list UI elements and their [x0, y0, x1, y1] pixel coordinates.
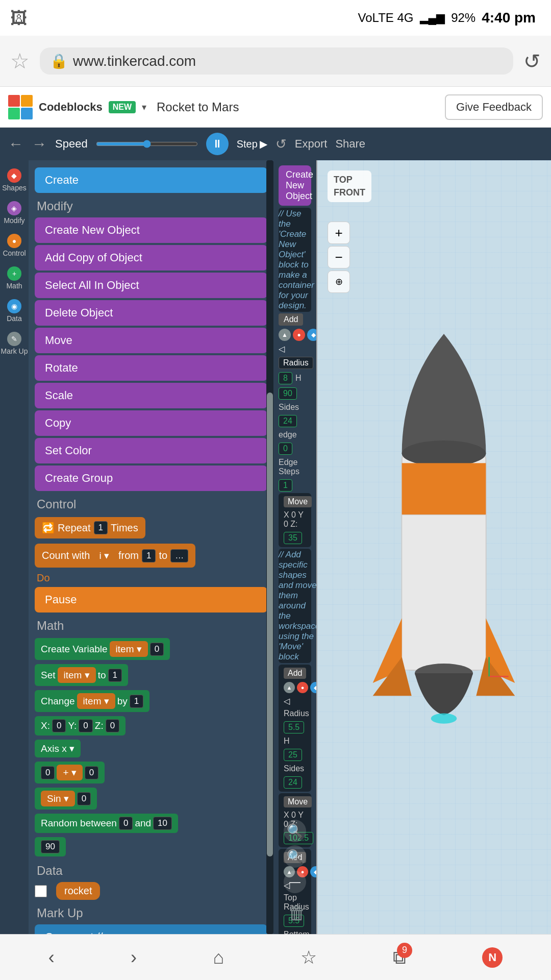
star-icon[interactable]: ☆ [10, 48, 30, 74]
var-value[interactable]: 0 [150, 643, 164, 656]
data-icon: ◉ [7, 299, 21, 313]
set-color-button[interactable]: Set Color [35, 438, 267, 463]
sidebar-item-math[interactable]: + Math [6, 263, 22, 293]
create-group-button[interactable]: Create Group [35, 465, 267, 491]
sidebar-item-data[interactable]: ◉ Data [7, 296, 22, 326]
logo-tr [21, 95, 33, 107]
export-button[interactable]: Export [295, 137, 328, 151]
ws-comment-1: // Use the 'Create New Object' block to … [279, 208, 311, 312]
axis-x-block: Axis x ▾ [35, 739, 267, 758]
control-icon: ● [7, 234, 21, 248]
ws-move-1: Move X 0 Y 0 Z: 35 [279, 493, 311, 547]
ninety-value[interactable]: 90 [41, 840, 60, 853]
zoom-out-button[interactable]: 🔍 [284, 845, 306, 868]
svg-rect-3 [402, 463, 486, 514]
speed-slider[interactable] [96, 140, 198, 148]
count-var[interactable]: i ▾ [93, 548, 116, 564]
trig-selector[interactable]: Sin ▾ [41, 791, 75, 806]
set-value[interactable]: 1 [108, 669, 122, 682]
rocket-checkbox[interactable] [35, 885, 47, 897]
move-button[interactable]: Move [35, 328, 267, 353]
sidebar-item-shapes[interactable]: ◆ Shapes [2, 165, 26, 195]
app-name: Codeblocks [39, 101, 103, 114]
scale-button[interactable]: Scale [35, 383, 267, 408]
create-new-object-button[interactable]: Create [35, 167, 267, 193]
app-header: Codeblocks NEW ▾ Rocket to Mars Give Fee… [0, 87, 551, 128]
svg-rect-4 [402, 515, 486, 670]
zoom-in-button[interactable]: 🔍 [284, 820, 306, 842]
markup-icon: ✎ [7, 332, 21, 346]
repeat-icon: 🔁 [42, 522, 55, 534]
workspace-create-new-object[interactable]: Create New Object rocket ▾ [279, 165, 311, 206]
status-bar: 🖼 VoLTE 4G ▂▄▆ 92% 4:40 pm [0, 0, 551, 36]
op-selector[interactable]: + ▾ [57, 765, 82, 780]
tab-count-badge: 9 [397, 943, 412, 958]
url-text: www.tinkercad.com [73, 53, 196, 69]
sidebar-item-modify[interactable]: ◈ Modify [4, 198, 24, 228]
reset-button[interactable]: ↺ [276, 136, 287, 152]
forward-button[interactable]: → [32, 135, 47, 153]
create-variable-block: Create Variable item ▾ 0 [35, 637, 267, 661]
browser-bar: ☆ 🔒 www.tinkercad.com ↺ [0, 36, 551, 87]
signal-strength: ▂▄▆ [420, 11, 445, 24]
logo-tl [8, 95, 20, 107]
workspace[interactable]: Create New Object rocket ▾ // Use the 'C… [273, 160, 316, 934]
variable-name[interactable]: item ▾ [110, 641, 148, 657]
home-nav-button[interactable]: ⌂ [213, 947, 224, 968]
change-value[interactable]: 1 [130, 695, 143, 708]
count-with-block: Count with i ▾ from 1 to … [35, 542, 267, 569]
sidebar-item-markup[interactable]: ✎ Mark Up [1, 329, 28, 358]
svg-point-2 [402, 440, 486, 467]
clock: 4:40 pm [482, 10, 536, 26]
copy-button[interactable]: Copy [35, 410, 267, 436]
url-bar[interactable]: 🔒 www.tinkercad.com [40, 47, 513, 75]
markup-section-label: Mark Up [29, 902, 273, 922]
create-new-object-button[interactable]: Create New Object [35, 217, 267, 243]
code-panel: Create Modify Create New Object Add Copy… [29, 160, 273, 934]
pause-button-block[interactable]: Pause [35, 587, 267, 612]
fit-button[interactable]: — [284, 871, 306, 893]
back-nav-button[interactable]: ‹ [48, 947, 55, 968]
math-icon: + [7, 266, 21, 281]
do-label: Do [29, 571, 273, 585]
share-button[interactable]: Share [335, 137, 365, 151]
step-button[interactable]: Step ▶ [237, 138, 267, 150]
menu-nav-button[interactable]: N [482, 947, 503, 968]
n-badge: N [482, 947, 503, 968]
speed-label: Speed [55, 137, 88, 151]
add-copy-of-object-button[interactable]: Add Copy of Object [35, 245, 267, 271]
delete-object-button[interactable]: Delete Object [35, 300, 267, 326]
bottom-nav: ‹ › ⌂ ☆ ⧉ 9 N [0, 934, 551, 980]
reload-icon[interactable]: ↺ [523, 50, 541, 73]
trash-icon[interactable]: 🗑 [288, 902, 306, 924]
math-label: Math [6, 282, 22, 290]
tabs-nav-button[interactable]: ⧉ 9 [393, 947, 406, 968]
sidebar-icons: ◆ Shapes ◈ Modify ● Control + Math ◉ Dat… [0, 160, 29, 934]
rocket-var-label: rocket [56, 882, 100, 900]
select-all-in-object-button[interactable]: Select All In Object [35, 273, 267, 298]
home-icon: ⌂ [213, 947, 224, 968]
comment-button[interactable]: Comment // [35, 924, 267, 934]
set-item-block: Set item ▾ to 1 [35, 663, 267, 687]
give-feedback-button[interactable]: Give Feedback [445, 94, 543, 120]
tinkercad-logo [8, 95, 33, 119]
forward-icon: › [131, 947, 137, 968]
rotate-button[interactable]: Rotate [35, 355, 267, 381]
dropdown-arrow-icon[interactable]: ▾ [142, 102, 146, 113]
battery-level: 92% [451, 11, 475, 25]
ninety-block: 90 [35, 836, 267, 857]
pause-button[interactable]: ⏸ [206, 133, 229, 155]
set-var[interactable]: item ▾ [58, 667, 96, 683]
network-info: VoLTE 4G [358, 11, 414, 25]
sidebar-item-control[interactable]: ● Control [3, 231, 26, 260]
change-var[interactable]: item ▾ [77, 693, 115, 709]
bookmarks-nav-button[interactable]: ☆ [300, 947, 317, 968]
bookmarks-icon: ☆ [300, 947, 317, 968]
code-panel-scrollbar[interactable] [266, 160, 273, 934]
scrollbar-thumb [267, 393, 273, 857]
rocket-model [347, 165, 541, 929]
back-button[interactable]: ← [8, 135, 23, 153]
modify-label: Modify [4, 216, 24, 225]
ws-add-block-1: Add ▲ ● ◆ ★ ◁ Radius 8 H 90 Sides 24 edg… [279, 313, 311, 492]
forward-nav-button[interactable]: › [131, 947, 137, 968]
